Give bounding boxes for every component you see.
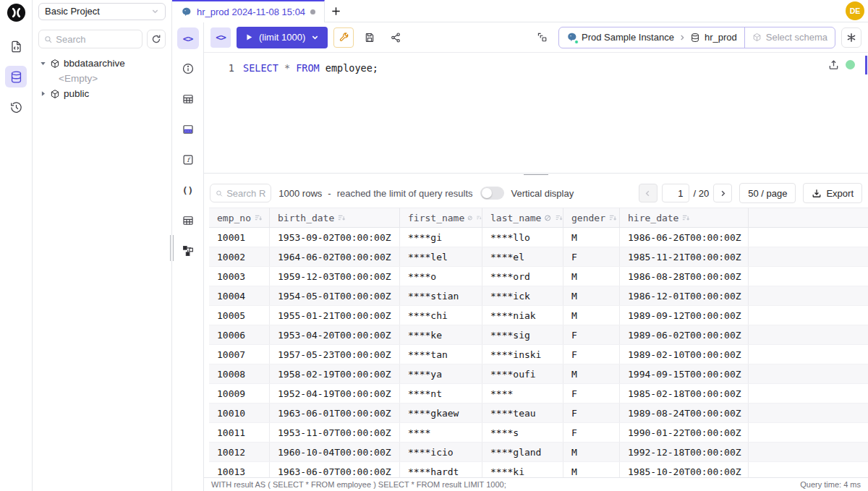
panel-resize-handle-vertical[interactable] [170, 235, 174, 261]
table-row[interactable]: 100011953-09-02T00:00:00Z****gi****lloM1… [209, 228, 868, 247]
table-cell[interactable]: ****ke [400, 325, 482, 344]
table-row[interactable]: 100101963-06-01T00:00:00Z****gkaew****te… [209, 404, 868, 423]
table-cell[interactable]: 1963-06-07T00:00:00Z [270, 462, 400, 477]
table-row[interactable]: 100081958-02-19T00:00:00Z****ya****oufiM… [209, 364, 868, 384]
table-cell[interactable]: 1986-08-28T00:00:00Z [620, 267, 749, 286]
table-cell[interactable]: 1986-12-01T00:00:00Z [620, 286, 749, 305]
table-cell[interactable]: 10003 [209, 267, 270, 286]
refresh-button[interactable] [147, 30, 166, 48]
schema-selector[interactable]: Select schema [744, 27, 835, 48]
table-cell[interactable]: ****lel [400, 247, 482, 266]
upload-icon[interactable] [828, 59, 839, 70]
table-cell[interactable]: M [563, 286, 620, 305]
table-cell[interactable]: 1992-12-18T00:00:00Z [620, 443, 749, 461]
worksheet-nav-icon[interactable] [5, 35, 27, 57]
table-cell[interactable]: 1989-02-10T00:00:00Z [620, 345, 749, 364]
table-cell[interactable]: 10007 [209, 345, 270, 364]
sql-editor[interactable]: 1 SELECT * FROM employee; [204, 52, 868, 173]
table-cell[interactable]: 1959-12-03T00:00:00Z [270, 267, 400, 286]
column-header-last_name[interactable]: last_name [482, 208, 563, 227]
table-cell[interactable]: F [563, 384, 620, 403]
table-cell[interactable]: M [563, 306, 620, 325]
table-cell[interactable]: ****el [482, 247, 563, 266]
tree-search[interactable] [38, 30, 142, 48]
table-cell[interactable]: 1953-04-20T00:00:00Z [270, 325, 400, 344]
table-cell[interactable]: 1986-06-26T00:00:00Z [620, 228, 749, 247]
table-cell[interactable]: 1955-01-21T00:00:00Z [270, 306, 400, 325]
share-button[interactable] [386, 27, 406, 48]
table-cell[interactable]: 1964-06-02T00:00:00Z [270, 247, 400, 266]
code-view-button[interactable]: <> [210, 27, 231, 48]
table-cell[interactable]: 10008 [209, 364, 270, 383]
table-row[interactable]: 100021964-06-02T00:00:00Z****lel****elF1… [209, 247, 868, 267]
table-cell[interactable]: 1960-10-04T00:00:00Z [270, 443, 400, 461]
table-cell[interactable]: F [563, 404, 620, 422]
table-cell[interactable]: 1953-09-02T00:00:00Z [270, 228, 400, 247]
table-cell[interactable]: **** [482, 384, 563, 403]
table-row[interactable]: 100121960-10-04T00:00:00Z****icio****gla… [209, 443, 868, 462]
app-logo-icon[interactable] [7, 3, 26, 22]
table-cell[interactable]: 10001 [209, 228, 270, 247]
table-cell[interactable]: 1994-09-15T00:00:00Z [620, 364, 749, 383]
tree-item-public[interactable]: public [37, 86, 167, 101]
table-cell[interactable]: ****oufi [482, 364, 563, 383]
table-row[interactable]: 100041954-05-01T00:00:00Z****stian****ic… [209, 286, 868, 306]
panel-resize-handle-horizontal[interactable] [204, 173, 868, 179]
table-cell[interactable]: ****icio [400, 443, 482, 461]
table-cell[interactable]: 10002 [209, 247, 270, 266]
info-icon[interactable] [177, 58, 199, 80]
project-select[interactable]: Basic Project [38, 3, 166, 20]
tree-item-bbdataarchive[interactable]: bbdataarchive [37, 56, 167, 71]
table-cell[interactable]: ****gi [400, 228, 482, 247]
table-cell[interactable]: 1953-11-07T00:00:00Z [270, 423, 400, 442]
table-cell[interactable]: 1989-06-02T00:00:00Z [620, 325, 749, 344]
table-cell[interactable]: ****ya [400, 364, 482, 383]
table-cell[interactable]: F [563, 325, 620, 344]
prev-page-button[interactable] [639, 184, 658, 202]
table-row[interactable]: 100131963-06-07T00:00:00Z****hardt****ki… [209, 462, 868, 477]
table-cell[interactable]: ****o [400, 267, 482, 286]
table-cell[interactable]: 1989-08-24T00:00:00Z [620, 404, 749, 422]
table-row[interactable]: 100051955-01-21T00:00:00Z****chi****niak… [209, 306, 868, 325]
table-row[interactable]: 100111953-11-07T00:00:00Z********sF1990-… [209, 423, 868, 443]
external-tables-icon[interactable] [177, 210, 199, 231]
connection-selector[interactable]: Prod Sample Instance hr_prod [559, 27, 744, 48]
functions-icon[interactable]: f [177, 149, 199, 171]
table-cell[interactable]: ****chi [400, 306, 482, 325]
table-cell[interactable]: M [563, 228, 620, 247]
results-search[interactable] [210, 184, 271, 202]
column-header-gender[interactable]: gender [563, 208, 620, 227]
table-cell[interactable]: ****ki [482, 462, 563, 477]
sql-editor-tab-icon[interactable]: <> [177, 27, 199, 49]
table-cell[interactable]: ****gkaew [400, 404, 482, 422]
table-row[interactable]: 100071957-05-23T00:00:00Z****tan****insk… [209, 345, 868, 364]
table-cell[interactable]: M [563, 462, 620, 477]
table-cell[interactable]: 10009 [209, 384, 270, 403]
table-cell[interactable]: 10010 [209, 404, 270, 422]
table-cell[interactable]: 10006 [209, 325, 270, 344]
table-cell[interactable]: ****nt [400, 384, 482, 403]
tables-icon[interactable] [177, 88, 199, 110]
column-header-hire_date[interactable]: hire_date [620, 208, 749, 227]
table-cell[interactable]: 1985-02-18T00:00:00Z [620, 384, 749, 403]
admin-wrench-button[interactable] [333, 27, 354, 48]
table-cell[interactable]: ****gland [482, 443, 563, 461]
history-nav-icon[interactable] [5, 96, 27, 118]
table-cell[interactable]: 10004 [209, 286, 270, 305]
new-tab-button[interactable] [325, 0, 346, 22]
table-cell[interactable]: ****stian [400, 286, 482, 305]
export-button[interactable]: Export [803, 183, 862, 203]
table-cell[interactable]: ****sig [482, 325, 563, 344]
table-cell[interactable]: 10012 [209, 443, 270, 461]
table-cell[interactable]: M [563, 443, 620, 461]
table-cell[interactable]: 1985-10-20T00:00:00Z [620, 462, 749, 477]
table-cell[interactable]: ****inski [482, 345, 563, 364]
table-cell[interactable]: 1963-06-01T00:00:00Z [270, 404, 400, 422]
table-cell[interactable]: 10013 [209, 462, 270, 477]
table-cell[interactable]: ****ick [482, 286, 563, 305]
table-cell[interactable]: 1954-05-01T00:00:00Z [270, 286, 400, 305]
column-header-birth_date[interactable]: birth_date [270, 208, 400, 227]
table-row[interactable]: 100091952-04-19T00:00:00Z****nt****F1985… [209, 384, 868, 404]
table-cell[interactable]: 10011 [209, 423, 270, 442]
schema-diagram-icon[interactable] [177, 240, 199, 262]
